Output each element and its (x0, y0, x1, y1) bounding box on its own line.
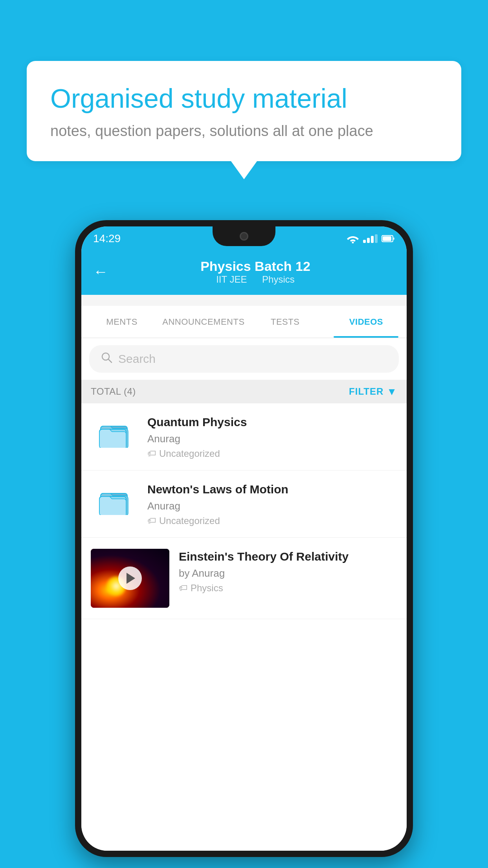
phone-screen: 14:29 (81, 226, 407, 851)
list-item[interactable]: Einstein's Theory Of Relativity by Anura… (81, 538, 407, 619)
back-button[interactable]: ← (93, 263, 108, 280)
video-author-1: Anurag (147, 433, 397, 445)
search-bar[interactable]: Search (89, 345, 399, 373)
play-button-3[interactable] (118, 566, 142, 590)
signal-icon (363, 234, 378, 243)
search-placeholder: Search (118, 352, 156, 366)
folder-icon-2 (99, 485, 130, 521)
notch (213, 226, 275, 246)
filter-funnel-icon: ▼ (387, 386, 397, 398)
tag-icon-1: 🏷 (147, 449, 156, 459)
video-info-3: Einstein's Theory Of Relativity by Anura… (179, 549, 397, 594)
folder-thumb-1 (91, 414, 138, 458)
svg-line-5 (108, 359, 112, 362)
filter-bar: TOTAL (4) FILTER ▼ (81, 380, 407, 403)
speech-bubble-container: Organised study material notes, question… (27, 61, 461, 161)
list-item[interactable]: Quantum Physics Anurag 🏷 Uncategorized (81, 403, 407, 471)
svg-rect-2 (393, 237, 394, 240)
phone-body: 14:29 (75, 220, 413, 857)
video-tag-1: 🏷 Uncategorized (147, 448, 397, 459)
video-title-2: Newton's Laws of Motion (147, 482, 397, 497)
video-list: Quantum Physics Anurag 🏷 Uncategorized (81, 403, 407, 851)
video-title-3: Einstein's Theory Of Relativity (179, 549, 397, 564)
tab-ments[interactable]: MENTS (81, 306, 162, 338)
svg-rect-3 (383, 236, 391, 241)
filter-button[interactable]: FILTER ▼ (349, 386, 397, 398)
phone-mockup: 14:29 (75, 220, 413, 857)
bubble-title: Organised study material (50, 83, 438, 115)
batch-subtitle: IIT JEE Physics (116, 274, 395, 285)
tab-announcements[interactable]: ANNOUNCEMENTS (162, 306, 244, 338)
video-info-1: Quantum Physics Anurag 🏷 Uncategorized (147, 414, 397, 459)
tab-tests[interactable]: TESTS (245, 306, 326, 338)
video-tag-2: 🏷 Uncategorized (147, 515, 397, 526)
svg-point-0 (352, 242, 354, 244)
tag-text-2: Uncategorized (159, 515, 220, 526)
status-time: 14:29 (93, 232, 121, 245)
folder-icon-1 (99, 418, 130, 454)
video-author-2: Anurag (147, 500, 397, 512)
app-header: ← Physics Batch 12 IIT JEE Physics (81, 251, 407, 295)
wifi-icon (347, 234, 359, 243)
header-title-group: Physics Batch 12 IIT JEE Physics (116, 259, 395, 285)
filter-label: FILTER (349, 386, 383, 397)
batch-title: Physics Batch 12 (116, 259, 395, 274)
search-container: Search (81, 338, 407, 380)
bubble-subtitle: notes, question papers, solutions all at… (50, 123, 438, 140)
front-camera (240, 232, 248, 241)
video-author-3: by Anurag (179, 567, 397, 579)
subtitle-part2: Physics (262, 274, 295, 285)
tag-icon-3: 🏷 (179, 583, 187, 593)
video-title-1: Quantum Physics (147, 414, 397, 430)
video-thumbnail-3 (91, 549, 169, 608)
total-count: TOTAL (4) (91, 386, 136, 397)
tab-bar: MENTS ANNOUNCEMENTS TESTS VIDEOS (81, 306, 407, 338)
video-tag-3: 🏷 Physics (179, 583, 397, 594)
tag-text-1: Uncategorized (159, 448, 220, 459)
play-triangle-icon (127, 573, 135, 584)
folder-thumb-2 (91, 482, 138, 525)
tag-text-3: Physics (191, 583, 223, 594)
tag-icon-2: 🏷 (147, 516, 156, 526)
tab-videos[interactable]: VIDEOS (326, 306, 407, 338)
subtitle-part1: IIT JEE (216, 274, 247, 285)
search-icon (100, 351, 113, 367)
video-info-2: Newton's Laws of Motion Anurag 🏷 Uncateg… (147, 482, 397, 526)
list-item[interactable]: Newton's Laws of Motion Anurag 🏷 Uncateg… (81, 471, 407, 538)
speech-bubble: Organised study material notes, question… (27, 61, 461, 161)
battery-icon (382, 235, 395, 243)
status-icons (347, 234, 395, 243)
